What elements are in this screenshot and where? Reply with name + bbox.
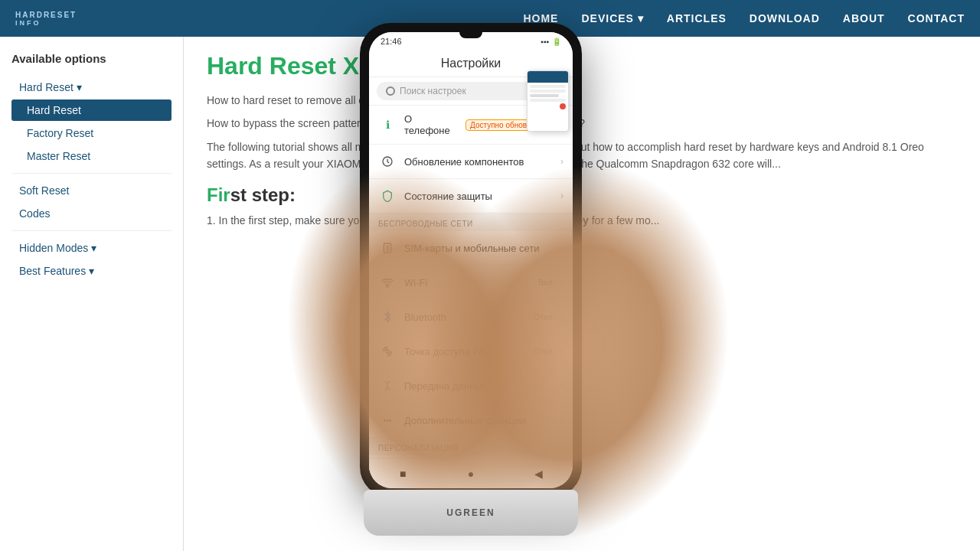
site-logo[interactable]: HARDRESET INFO bbox=[15, 11, 77, 27]
sidebar-item-hidden-modes[interactable]: Hidden Modes ▾ bbox=[11, 237, 172, 259]
sidebar-divider2 bbox=[11, 230, 172, 231]
info-icon: ℹ bbox=[378, 116, 397, 134]
time-display: 21:46 bbox=[381, 37, 402, 46]
component-update-label: Обновление компонентов bbox=[404, 156, 553, 168]
sidebar-item-hard-reset[interactable]: Hard Reset bbox=[11, 99, 172, 121]
sidebar-item-codes[interactable]: Codes bbox=[11, 203, 172, 224]
search-placeholder-text: Поиск настроек bbox=[400, 86, 466, 96]
settings-screen-title: Настройки bbox=[381, 57, 561, 70]
sidebar-divider bbox=[11, 173, 172, 174]
battery-icon: 🔋 bbox=[552, 37, 561, 46]
sidebar-item-soft-reset[interactable]: Soft Reset bbox=[11, 180, 172, 201]
phone-stand: UGREEN bbox=[364, 490, 578, 536]
search-icon bbox=[386, 86, 395, 96]
sidebar-item-factory-reset[interactable]: Factory Reset bbox=[11, 122, 172, 144]
signal-icon: ▪▪▪ bbox=[541, 37, 549, 46]
status-icons: ▪▪▪ 🔋 bbox=[541, 37, 561, 46]
phone-notch bbox=[459, 32, 482, 38]
sidebar-item-hard-reset-parent[interactable]: Hard Reset ▾ bbox=[11, 77, 172, 98]
sidebar-title: Available options bbox=[11, 52, 172, 65]
sidebar-item-master-reset[interactable]: Master Reset bbox=[11, 145, 172, 167]
screen-thumbnail bbox=[527, 70, 569, 132]
nav-devices[interactable]: DEVICES ▾ bbox=[581, 12, 643, 24]
nav-articles[interactable]: ARTICLES bbox=[667, 12, 727, 24]
nav-download[interactable]: DOWNLOAD bbox=[750, 12, 820, 24]
stand-logo: UGREEN bbox=[446, 507, 495, 518]
sidebar-item-best-features[interactable]: Best Features ▾ bbox=[11, 260, 172, 282]
about-phone-label: О телефоне bbox=[404, 113, 458, 136]
phone-container: 21:46 ▪▪▪ 🔋 Настройки Поиск настроек bbox=[352, 23, 590, 528]
nav-contact[interactable]: CONTACT bbox=[908, 12, 965, 24]
nav-about[interactable]: ABOUT bbox=[843, 12, 885, 24]
sidebar: Available options Hard Reset ▾ Hard Rese… bbox=[0, 37, 184, 551]
